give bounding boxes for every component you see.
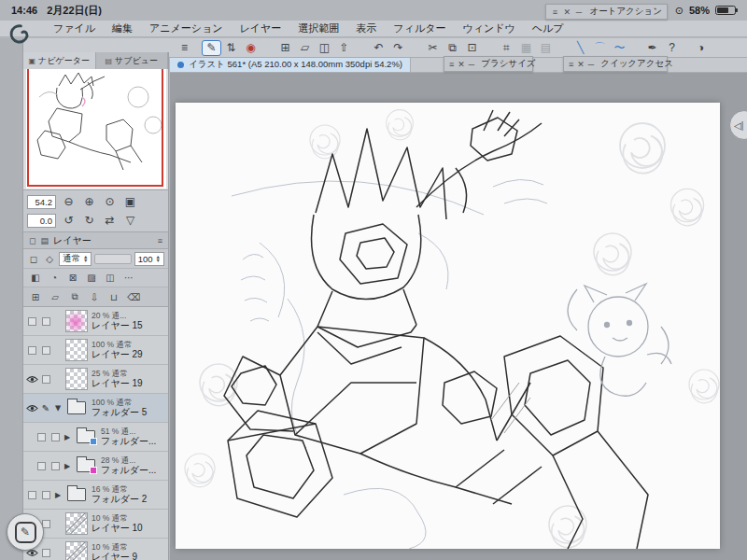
palette-checkbox-icon[interactable]: ◻ [29, 236, 35, 245]
palette-close-icon[interactable]: ✕ [458, 60, 465, 69]
レイヤー 15[interactable]: ✎ ▶ 20 % 通... レイヤー 15 [23, 307, 168, 336]
palette-minimize-icon[interactable]: ─ [575, 7, 584, 17]
brush-size-palette-bar[interactable]: ≡ ✕ ─ ブラシサイズ [444, 56, 533, 72]
quick-access-palette-bar[interactable]: ≡ ✕ ─ クイックアクセス [563, 56, 668, 72]
lock-alpha-icon[interactable]: ▨ [85, 272, 98, 284]
transfer-down-icon[interactable]: ⇩ [88, 291, 101, 303]
delete-layer-icon[interactable]: ⌫ [127, 291, 140, 303]
layer-mask-icon[interactable]: ◫ [104, 272, 117, 284]
folder-icon[interactable] [67, 488, 86, 501]
thumbnail-size-icon[interactable]: ◻ [27, 253, 40, 265]
opacity-updown-icon[interactable]: ▲▼ [156, 255, 161, 263]
pen-nib-icon[interactable]: ✒ [642, 40, 662, 56]
duplicate-layer-icon[interactable]: ⧉ [68, 291, 81, 303]
help-icon[interactable]: ? [662, 40, 682, 56]
flip-horizontal-icon[interactable]: ⇄ [102, 213, 118, 228]
drawing-canvas[interactable] [176, 103, 720, 549]
blend-mode-select[interactable]: 通常 ▲▼ [59, 252, 92, 266]
visibility-eye-icon[interactable] [26, 375, 38, 384]
layer-select-checkbox[interactable] [28, 317, 36, 326]
palette-menu-icon[interactable]: ≡ [551, 7, 559, 17]
new-folder-icon[interactable]: ▱ [49, 291, 62, 303]
redo-icon[interactable]: ↷ [388, 40, 408, 56]
new-canvas-icon[interactable]: ⊞ [275, 40, 295, 56]
レイヤー 10[interactable]: ✎ ▶ 10 % 通常 レイヤー 10 [23, 510, 168, 539]
new-layer-icon[interactable]: ⊞ [29, 291, 42, 303]
menu-item[interactable]: 表示 [347, 21, 385, 35]
layer-palette-titlebar[interactable]: ◻ ▤ レイヤー ≡ [23, 232, 168, 249]
zoom-reset-icon[interactable]: ⊙ [102, 194, 118, 209]
menu-item[interactable]: 選択範囲 [289, 21, 347, 35]
curve-tool-icon[interactable]: ⌒ [590, 40, 610, 56]
layer-thumbnail[interactable] [65, 339, 88, 361]
navigator-thumbnail[interactable] [26, 69, 166, 189]
navigator-preview[interactable] [23, 69, 168, 190]
menu-item[interactable]: アニメーション [141, 21, 232, 35]
layer-draft-checkbox[interactable] [51, 462, 60, 470]
tab-subview[interactable]: ▤ サブビュー [96, 52, 169, 69]
folder-icon[interactable] [67, 401, 86, 414]
layer-draft-checkbox[interactable] [42, 346, 50, 355]
tool-switch-icon[interactable]: ⇅ [221, 40, 241, 56]
layer-thumbnail[interactable] [65, 368, 88, 390]
folder-icon[interactable] [77, 459, 95, 472]
フォルダー...[interactable]: ✎ ▶ 51 % 通... フォルダー... [23, 423, 168, 452]
menu-item[interactable]: レイヤー [232, 21, 290, 35]
navigator-view-frame[interactable] [27, 69, 163, 187]
レイヤー 29[interactable]: ✎ ▶ 100 % 通常 レイヤー 29 [23, 336, 168, 365]
rotation-value-field[interactable]: 0.0 [27, 214, 56, 228]
layer-select-checkbox[interactable] [28, 346, 36, 355]
ruler-icon[interactable]: ⋯ [122, 272, 135, 284]
copy-icon[interactable]: ⧉ [443, 40, 462, 56]
menu-item[interactable]: フィルター [385, 21, 454, 35]
material-icon[interactable]: ▤ [536, 40, 556, 56]
フォルダー 2[interactable]: ✎ ▶ 16 % 通常 フォルダー 2 [23, 481, 168, 510]
layer-draft-checkbox[interactable] [42, 491, 50, 499]
current-tool-pen-icon[interactable]: ✎ [202, 40, 221, 56]
menu-item[interactable]: ファイル [45, 21, 104, 35]
palette-close-icon[interactable]: ✕ [577, 60, 585, 69]
layer-select-checkbox[interactable] [37, 462, 46, 470]
palette-menu-icon[interactable]: ≡ [569, 60, 573, 69]
visibility-eye-icon[interactable] [26, 404, 38, 413]
palette-menu-icon[interactable]: ≡ [449, 60, 454, 69]
フォルダー 5[interactable]: ✎ ▶ 100 % 通常 フォルダー 5 [23, 394, 168, 423]
reset-rotation-icon[interactable]: ▽ [122, 213, 138, 228]
line-tool-icon[interactable]: ╲ [571, 40, 590, 56]
edit-shortcut-button[interactable]: ✎ [7, 513, 44, 551]
opacity-slider[interactable] [94, 254, 131, 264]
folder-icon[interactable] [77, 430, 95, 443]
open-file-icon[interactable]: ▱ [295, 40, 315, 56]
document-tab[interactable]: イラスト 561* (A5 210.00 x 148.00mm 350dpi 5… [170, 58, 411, 72]
rotate-left-icon[interactable]: ↺ [61, 213, 77, 228]
palette-minimize-icon[interactable]: ─ [469, 60, 474, 69]
zoom-in-icon[interactable]: ⊕ [81, 194, 97, 209]
grid-icon[interactable]: ▦ [516, 40, 536, 56]
lock-layer-icon[interactable]: ⊠ [66, 272, 79, 284]
polyline-tool-icon[interactable]: 〜 [610, 40, 629, 56]
palette-close-icon[interactable]: ✕ [563, 7, 571, 17]
folder-expand-arrow-icon[interactable]: ▶ [63, 462, 72, 470]
layer-draft-checkbox[interactable] [42, 375, 50, 384]
layer-select-checkbox[interactable] [37, 433, 46, 441]
layer-thumbnail[interactable] [65, 310, 88, 332]
layer-palette-menu-icon[interactable]: ≡ [158, 236, 162, 245]
zoom-value-field[interactable]: 54.2 [27, 195, 56, 209]
folder-expand-arrow-icon[interactable]: ▶ [53, 491, 63, 499]
fit-screen-icon[interactable]: ▣ [122, 194, 138, 209]
rotate-right-icon[interactable]: ↻ [81, 213, 97, 228]
share-export-icon[interactable]: ⇧ [334, 40, 354, 56]
folder-expand-arrow-icon[interactable]: ▶ [63, 433, 72, 441]
save-icon[interactable]: ◫ [315, 40, 334, 56]
opacity-field[interactable]: 100 ▲▼ [134, 252, 164, 266]
blend-updown-icon[interactable]: ▲▼ [83, 255, 88, 263]
effect-icon[interactable]: ◔ [48, 272, 61, 284]
undo-icon[interactable]: ↶ [369, 40, 388, 56]
cut-icon[interactable]: ✂ [423, 40, 443, 56]
merge-down-icon[interactable]: ⊔ [107, 291, 120, 303]
layer-draft-checkbox[interactable] [42, 549, 50, 557]
レイヤー 19[interactable]: ✎ ▶ 25 % 通常 レイヤー 19 [23, 365, 168, 394]
layer-draft-checkbox[interactable] [51, 433, 60, 441]
menu-item[interactable]: ウィンドウ [454, 21, 523, 35]
layer-select-checkbox[interactable] [28, 491, 36, 499]
